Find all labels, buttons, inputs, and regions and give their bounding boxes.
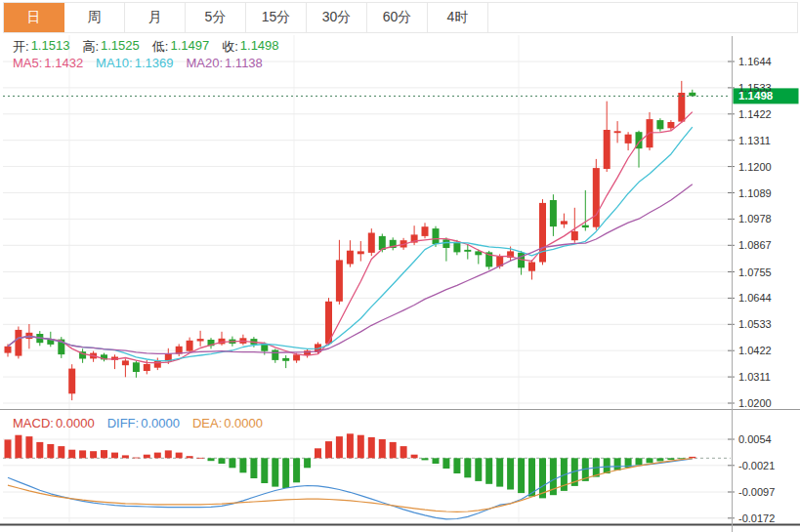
svg-text:1.0533: 1.0533 bbox=[738, 318, 772, 330]
kline-chart-app: 1.14981.16441.15331.14221.13111.12001.10… bbox=[0, 0, 800, 532]
ma5-value: 1.1432 bbox=[44, 56, 83, 70]
tab-period-6[interactable]: 30分 bbox=[307, 3, 367, 32]
ma20-value: 1.1138 bbox=[225, 56, 263, 70]
tab-period-1[interactable]: 日 bbox=[4, 3, 64, 32]
diff-line bbox=[8, 459, 693, 519]
svg-text:1.0200: 1.0200 bbox=[738, 397, 772, 409]
close-value: 1.1498 bbox=[240, 38, 279, 56]
svg-text:-0.0021: -0.0021 bbox=[738, 460, 775, 471]
tab-period-4[interactable]: 5分 bbox=[186, 3, 246, 32]
vertical-gridlines bbox=[69, 35, 519, 523]
dea-label: DEA: bbox=[192, 416, 222, 430]
candlestick-chart-canvas[interactable]: 1.14981.16441.15331.14221.13111.12001.10… bbox=[0, 0, 800, 532]
dea-value: 0.0000 bbox=[224, 416, 263, 430]
period-tabbar: 日周月5分15分30分60分4时 bbox=[3, 2, 798, 33]
svg-text:1.0422: 1.0422 bbox=[738, 345, 772, 356]
svg-text:-0.0097: -0.0097 bbox=[738, 486, 775, 498]
tab-period-8[interactable]: 4时 bbox=[428, 3, 488, 32]
close-label: 收: bbox=[222, 38, 238, 56]
svg-text:1.0978: 1.0978 bbox=[738, 213, 772, 225]
high-value: 1.1525 bbox=[101, 38, 140, 56]
open-label: 开: bbox=[13, 38, 29, 56]
tab-period-7[interactable]: 60分 bbox=[367, 3, 428, 32]
ma10-label: MA10: bbox=[96, 56, 133, 70]
diff-value: 0.0000 bbox=[141, 416, 180, 430]
svg-text:1.1533: 1.1533 bbox=[738, 82, 772, 94]
ma-legend: MA5: 1.1432 MA10: 1.1369 MA20: 1.1138 bbox=[13, 56, 263, 70]
price-axis-labels: 1.16441.15331.14221.13111.12001.10891.09… bbox=[728, 56, 772, 409]
svg-text:1.0867: 1.0867 bbox=[738, 239, 772, 251]
high-label: 高: bbox=[82, 38, 99, 56]
macd-axis-labels: 0.0054-0.0021-0.0097-0.0172 bbox=[728, 433, 775, 524]
ma20-label: MA20: bbox=[186, 56, 223, 70]
macd-label: MACD: bbox=[13, 416, 54, 430]
diff-label: DIFF: bbox=[107, 416, 140, 430]
svg-text:1.0311: 1.0311 bbox=[738, 371, 771, 383]
low-label: 低: bbox=[152, 38, 169, 56]
svg-text:1.1644: 1.1644 bbox=[738, 56, 772, 67]
dea-line bbox=[8, 459, 693, 512]
ma5-label: MA5: bbox=[13, 56, 42, 70]
svg-text:-0.0172: -0.0172 bbox=[738, 512, 775, 524]
macd-value: 0.0000 bbox=[56, 416, 95, 430]
tab-period-2[interactable]: 周 bbox=[64, 3, 125, 32]
tab-period-5[interactable]: 15分 bbox=[246, 3, 307, 32]
macd-histogram bbox=[5, 433, 696, 498]
ma10-value: 1.1369 bbox=[135, 56, 174, 70]
svg-text:1.0755: 1.0755 bbox=[738, 266, 772, 278]
low-value: 1.1497 bbox=[170, 38, 209, 56]
svg-text:1.1089: 1.1089 bbox=[738, 187, 772, 199]
svg-text:0.0054: 0.0054 bbox=[738, 433, 772, 445]
svg-text:1.1422: 1.1422 bbox=[738, 108, 772, 120]
svg-text:1.1311: 1.1311 bbox=[738, 135, 771, 146]
price-gridlines bbox=[3, 61, 731, 403]
macd-gridlines bbox=[3, 439, 731, 518]
open-value: 1.1513 bbox=[31, 38, 70, 56]
svg-text:1.0644: 1.0644 bbox=[738, 292, 772, 304]
macd-legend: MACD: 0.0000 DIFF: 0.0000 DEA: 0.0000 bbox=[13, 416, 263, 430]
svg-text:1.1200: 1.1200 bbox=[738, 161, 772, 173]
tab-period-3[interactable]: 月 bbox=[125, 3, 186, 32]
ohlc-legend: 开: 1.1513 高: 1.1525 低: 1.1497 收: 1.1498 bbox=[13, 38, 279, 56]
